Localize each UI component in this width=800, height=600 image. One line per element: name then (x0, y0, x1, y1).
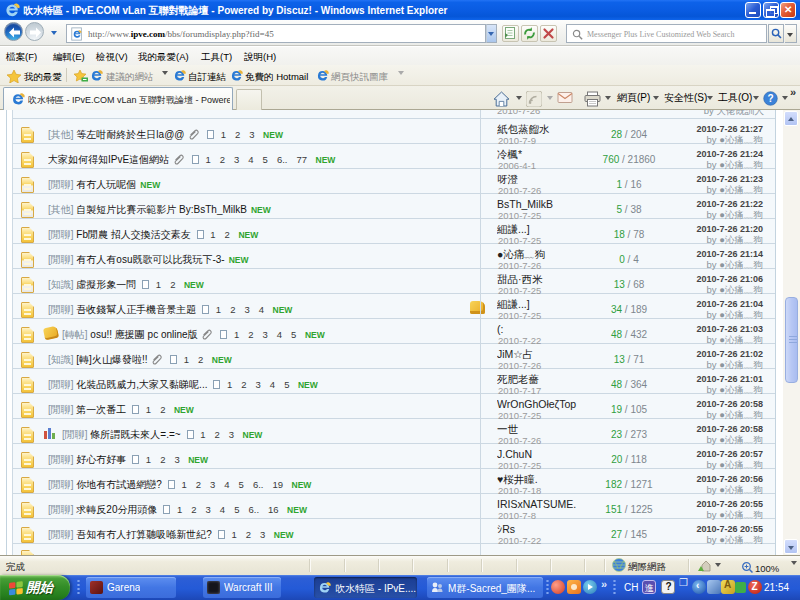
svg-text:?: ? (767, 93, 773, 104)
